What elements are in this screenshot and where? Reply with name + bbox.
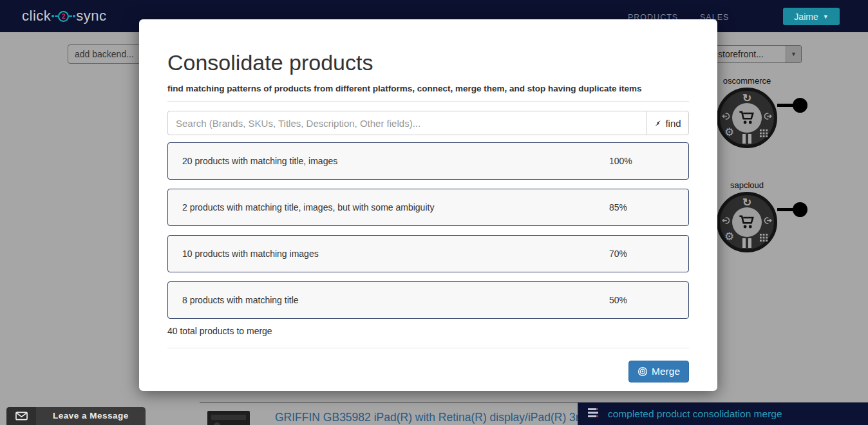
modal-footer: Merge — [167, 348, 689, 382]
modal-subtitle: find matching patterns of products from … — [167, 84, 689, 93]
user-name: Jaime — [794, 12, 818, 22]
compress-icon — [637, 366, 648, 377]
leave-message-label: Leave a Message — [36, 407, 146, 425]
notification-toast[interactable]: completed product consolidation merge — [578, 402, 868, 425]
match-confidence: 70% — [609, 249, 627, 259]
brand-dash-icon — [69, 15, 72, 17]
brand-dot-icon — [73, 15, 75, 17]
leave-message-button[interactable]: Leave a Message — [6, 407, 146, 425]
envelope-icon — [6, 407, 36, 425]
user-menu-button[interactable]: Jaime ▼ — [783, 8, 840, 25]
header-divider — [167, 101, 689, 102]
consolidate-products-modal: Consolidate products find matching patte… — [139, 19, 717, 391]
match-group-row[interactable]: 20 products with matching title, images … — [167, 142, 689, 180]
toast-message: completed product consolidation merge — [608, 408, 782, 420]
merge-button-label: Merge — [652, 366, 680, 377]
match-group-row[interactable]: 10 products with matching images 70% — [167, 235, 689, 272]
match-group-row[interactable]: 8 products with matching title 50% — [167, 281, 689, 319]
total-products-label: 40 total products to merge — [167, 326, 689, 336]
match-group-label: 8 products with matching title — [182, 295, 299, 305]
brand-logo[interactable]: click 2 sync — [22, 0, 107, 32]
flash-icon — [654, 119, 662, 128]
match-group-row[interactable]: 2 products with matching title, images, … — [167, 189, 689, 226]
match-confidence: 100% — [609, 156, 632, 166]
brand-part2: sync — [76, 8, 106, 24]
find-button[interactable]: find — [646, 111, 689, 135]
brand-badge: 2 — [58, 11, 69, 22]
brand-dot-icon — [52, 15, 54, 17]
modal-title: Consolidate products — [167, 50, 689, 75]
match-confidence: 50% — [609, 295, 627, 305]
match-groups-list: 20 products with matching title, images … — [167, 142, 689, 319]
match-group-label: 2 products with matching title, images, … — [182, 202, 434, 212]
match-group-label: 20 products with matching title, images — [182, 156, 337, 166]
tasks-icon — [588, 408, 599, 420]
search-group: find — [167, 111, 689, 135]
find-button-label: find — [665, 118, 681, 129]
match-group-label: 10 products with matching images — [182, 249, 319, 259]
match-confidence: 85% — [609, 202, 627, 212]
merge-button[interactable]: Merge — [628, 361, 689, 382]
search-input[interactable] — [167, 111, 646, 135]
brand-part1: click — [22, 8, 51, 24]
caret-down-icon: ▼ — [823, 14, 829, 20]
